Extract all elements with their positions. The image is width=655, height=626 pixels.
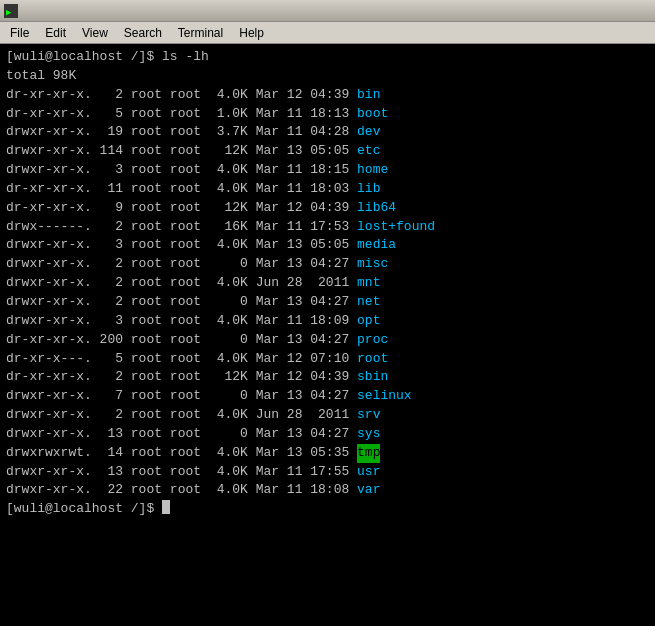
- filename: srv: [357, 406, 380, 425]
- table-row: dr-xr-xr-x. 200 root root 0 Mar 13 04:27…: [6, 331, 649, 350]
- filename: lib: [357, 180, 380, 199]
- filename: usr: [357, 463, 380, 482]
- filename: lib64: [357, 199, 396, 218]
- table-row: drwx------. 2 root root 16K Mar 11 17:53…: [6, 218, 649, 237]
- menu-item-view[interactable]: View: [76, 24, 114, 42]
- filename: boot: [357, 105, 388, 124]
- table-row: dr-xr-xr-x. 9 root root 12K Mar 12 04:39…: [6, 199, 649, 218]
- file-listing: dr-xr-xr-x. 2 root root 4.0K Mar 12 04:3…: [6, 86, 649, 501]
- table-row: drwxrwxrwt. 14 root root 4.0K Mar 13 05:…: [6, 444, 649, 463]
- titlebar-left: ▶: [4, 4, 18, 18]
- filename: home: [357, 161, 388, 180]
- total-text: total 98K: [6, 67, 76, 86]
- table-row: drwxr-xr-x. 19 root root 3.7K Mar 11 04:…: [6, 123, 649, 142]
- total-line: total 98K: [6, 67, 649, 86]
- command: ls -lh: [162, 48, 209, 67]
- end-prompt: [wuli@localhost /]$: [6, 500, 162, 519]
- filename: misc: [357, 255, 388, 274]
- table-row: dr-xr-xr-x. 11 root root 4.0K Mar 11 18:…: [6, 180, 649, 199]
- menu-item-search[interactable]: Search: [118, 24, 168, 42]
- table-row: drwxr-xr-x. 3 root root 4.0K Mar 11 18:1…: [6, 161, 649, 180]
- table-row: dr-xr-xr-x. 2 root root 4.0K Mar 12 04:3…: [6, 86, 649, 105]
- table-row: drwxr-xr-x. 13 root root 4.0K Mar 11 17:…: [6, 463, 649, 482]
- menubar: FileEditViewSearchTerminalHelp: [0, 22, 655, 44]
- cursor: [162, 500, 170, 514]
- filename: lost+found: [357, 218, 435, 237]
- filename: media: [357, 236, 396, 255]
- filename: etc: [357, 142, 380, 161]
- table-row: drwxr-xr-x. 13 root root 0 Mar 13 04:27 …: [6, 425, 649, 444]
- filename: dev: [357, 123, 380, 142]
- titlebar: ▶: [0, 0, 655, 22]
- table-row: dr-xr-xr-x. 5 root root 1.0K Mar 11 18:1…: [6, 105, 649, 124]
- table-row: drwxr-xr-x. 2 root root 0 Mar 13 04:27 n…: [6, 293, 649, 312]
- filename: var: [357, 481, 380, 500]
- table-row: dr-xr-xr-x. 2 root root 12K Mar 12 04:39…: [6, 368, 649, 387]
- table-row: drwxr-xr-x. 7 root root 0 Mar 13 04:27 s…: [6, 387, 649, 406]
- end-prompt-line: [wuli@localhost /]$: [6, 500, 649, 519]
- table-row: drwxr-xr-x. 3 root root 4.0K Mar 11 18:0…: [6, 312, 649, 331]
- table-row: dr-xr-x---. 5 root root 4.0K Mar 12 07:1…: [6, 350, 649, 369]
- table-row: drwxr-xr-x. 22 root root 4.0K Mar 11 18:…: [6, 481, 649, 500]
- menu-item-help[interactable]: Help: [233, 24, 270, 42]
- table-row: drwxr-xr-x. 114 root root 12K Mar 13 05:…: [6, 142, 649, 161]
- filename: sys: [357, 425, 380, 444]
- terminal-area[interactable]: [wuli@localhost /]$ ls -lh total 98K dr-…: [0, 44, 655, 626]
- menu-item-file[interactable]: File: [4, 24, 35, 42]
- terminal-icon: ▶: [4, 4, 18, 18]
- filename: net: [357, 293, 380, 312]
- menu-item-terminal[interactable]: Terminal: [172, 24, 229, 42]
- table-row: drwxr-xr-x. 2 root root 0 Mar 13 04:27 m…: [6, 255, 649, 274]
- filename: tmp: [357, 444, 380, 463]
- filename: bin: [357, 86, 380, 105]
- filename: sbin: [357, 368, 388, 387]
- filename: selinux: [357, 387, 412, 406]
- filename: proc: [357, 331, 388, 350]
- filename: opt: [357, 312, 380, 331]
- table-row: drwxr-xr-x. 2 root root 4.0K Jun 28 2011…: [6, 406, 649, 425]
- filename: root: [357, 350, 388, 369]
- menu-item-edit[interactable]: Edit: [39, 24, 72, 42]
- table-row: drwxr-xr-x. 3 root root 4.0K Mar 13 05:0…: [6, 236, 649, 255]
- prompt: [wuli@localhost /]$: [6, 48, 162, 67]
- command-line: [wuli@localhost /]$ ls -lh: [6, 48, 649, 67]
- filename: mnt: [357, 274, 380, 293]
- svg-text:▶: ▶: [6, 7, 12, 17]
- table-row: drwxr-xr-x. 2 root root 4.0K Jun 28 2011…: [6, 274, 649, 293]
